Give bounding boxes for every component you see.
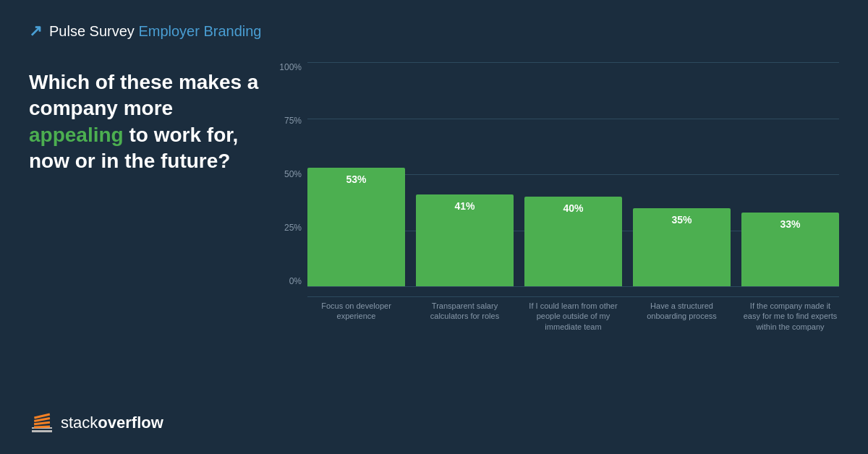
bar-0: 53% (307, 168, 405, 286)
trend-icon: ↗ (29, 22, 42, 40)
so-text: stackoverflow (61, 414, 163, 432)
bar-value-0: 53% (346, 174, 366, 185)
question-accent: appealing (29, 124, 124, 146)
bar-group-0: 53% (307, 62, 405, 286)
header: ↗ Pulse Survey Employer Branding (29, 22, 839, 40)
bar-group-3: 35% (633, 62, 731, 286)
left-panel: Which of these makes a company more appe… (29, 62, 260, 175)
chart-area: 100% 75% 50% 25% 0% (275, 62, 839, 337)
main-content: Which of these makes a company more appe… (29, 62, 839, 395)
y-label-25: 25% (275, 223, 307, 233)
so-icon (29, 410, 55, 436)
bar-3: 35% (633, 208, 731, 287)
grid-line-0 (307, 286, 839, 287)
bar-value-1: 41% (454, 200, 475, 212)
x-label-2: If I could learn from other people outsi… (524, 297, 622, 337)
bar-group-2: 40% (524, 62, 622, 286)
x-axis: Focus on developer experienceTransparent… (307, 297, 839, 337)
page-container: ↗ Pulse Survey Employer Branding Which o… (0, 0, 868, 454)
bars-wrapper: 53%41%40%35%33% (307, 62, 839, 286)
x-label-0: Focus on developer experience (307, 297, 405, 337)
bar-4: 33% (741, 213, 839, 286)
bar-2: 40% (524, 197, 622, 286)
so-logo: stackoverflow (29, 410, 163, 436)
bar-value-3: 35% (671, 214, 692, 226)
svg-rect-3 (34, 421, 50, 425)
y-label-0: 0% (275, 276, 307, 286)
bar-1: 41% (416, 194, 514, 286)
svg-rect-0 (32, 430, 52, 432)
bar-group-1: 41% (416, 62, 514, 286)
chart-container: 100% 75% 50% 25% 0% (275, 62, 839, 395)
y-label-50: 50% (275, 169, 307, 179)
question-text: Which of these makes a company more appe… (29, 69, 260, 175)
bar-group-4: 33% (741, 62, 839, 286)
x-label-1: Transparent salary calculators for roles (416, 297, 514, 337)
y-label-100: 100% (275, 62, 307, 72)
header-accent: Employer Branding (138, 23, 261, 39)
bar-value-2: 40% (563, 202, 583, 214)
footer: stackoverflow (29, 410, 163, 436)
x-label-3: Have a structured onboarding process (633, 297, 731, 337)
header-label: Pulse Survey Employer Branding (49, 23, 262, 40)
bar-value-4: 33% (780, 218, 800, 230)
x-label-4: If the company made it easy for me to fi… (741, 297, 839, 337)
y-label-75: 75% (275, 116, 307, 126)
